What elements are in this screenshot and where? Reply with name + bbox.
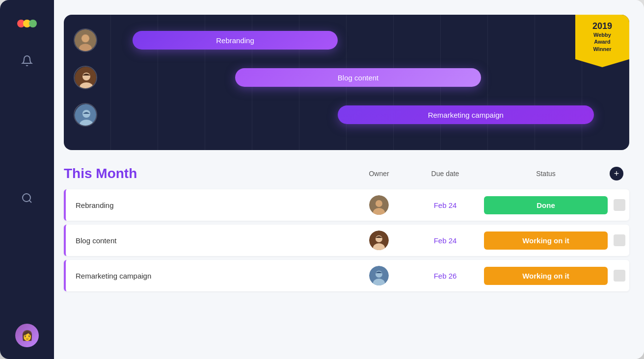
- drag-handle[interactable]: [614, 234, 625, 246]
- gantt-bar-blog[interactable]: Blog content: [235, 68, 481, 87]
- add-task-button[interactable]: +: [610, 167, 623, 180]
- search-icon[interactable]: [17, 188, 37, 208]
- task-drag-handle: [610, 270, 629, 282]
- user-avatar[interactable]: 👩: [15, 324, 39, 347]
- task-name: Blog content: [66, 236, 349, 245]
- section-title: This Month: [64, 166, 349, 181]
- gantt-bar-label: Rebranding: [216, 36, 254, 45]
- status-badge-working[interactable]: Working on it: [484, 267, 608, 285]
- gantt-section: Rebranding: [64, 15, 629, 150]
- task-name: Remarketing campaign: [66, 272, 349, 280]
- gantt-bar-label: Blog content: [338, 74, 378, 82]
- gantt-bar-container-3: Remarketing campaign: [107, 104, 619, 125]
- status-badge-done[interactable]: Done: [484, 196, 608, 214]
- gantt-bar-container-2: Blog content: [107, 67, 619, 88]
- task-row: Remarketing campaign Feb 26 Working on i…: [64, 260, 629, 291]
- task-owner: [349, 195, 408, 215]
- gantt-row: Rebranding: [74, 26, 619, 54]
- gantt-avatar-2: [74, 66, 97, 89]
- task-avatar: [369, 231, 389, 250]
- col-header-add: +: [610, 167, 629, 180]
- drag-handle[interactable]: [614, 199, 625, 211]
- task-row: Blog content Feb 24 Working on it: [64, 225, 629, 256]
- svg-point-2: [29, 20, 37, 27]
- svg-point-16: [376, 200, 382, 207]
- task-row: Rebranding Feb 24 Done: [64, 189, 629, 221]
- award-text: Webby Award Winner: [580, 31, 624, 52]
- gantt-rows: Rebranding: [74, 26, 619, 128]
- sidebar: 👩: [0, 0, 54, 359]
- task-status: Working on it: [482, 231, 610, 250]
- col-header-date: Due date: [408, 170, 482, 178]
- notification-icon[interactable]: [17, 51, 37, 71]
- task-name: Rebranding: [66, 201, 349, 209]
- award-banner: 2019 Webby Award Winner: [570, 15, 629, 78]
- svg-point-8: [82, 35, 89, 42]
- status-badge-working[interactable]: Working on it: [484, 231, 608, 250]
- award-year: 2019: [580, 22, 624, 30]
- drag-handle[interactable]: [614, 270, 625, 282]
- gantt-row: Blog content: [74, 64, 619, 91]
- gantt-bar-rebranding[interactable]: Rebranding: [133, 31, 338, 50]
- col-header-owner: Owner: [349, 170, 408, 178]
- task-owner: [349, 266, 408, 285]
- award-ribbon: 2019 Webby Award Winner: [575, 15, 629, 67]
- gantt-avatar-1: [74, 28, 97, 52]
- gantt-row: Remarketing campaign: [74, 101, 619, 128]
- table-section: This Month Owner Due date Status + Rebra…: [64, 166, 629, 344]
- task-status: Working on it: [482, 267, 610, 285]
- gantt-bar-container-1: Rebranding: [107, 30, 619, 51]
- task-drag-handle: [610, 234, 629, 246]
- logo[interactable]: [15, 12, 39, 35]
- app-container: 👩: [0, 0, 644, 359]
- gantt-bar-label: Remarketing campaign: [428, 111, 504, 119]
- main-content: Rebranding: [54, 0, 644, 359]
- svg-line-4: [29, 201, 31, 203]
- task-drag-handle: [610, 199, 629, 211]
- col-header-status: Status: [482, 170, 610, 178]
- gantt-bar-remarketing[interactable]: Remarketing campaign: [338, 105, 594, 124]
- task-date: Feb 24: [408, 236, 482, 245]
- table-header: This Month Owner Due date Status +: [64, 166, 629, 181]
- gantt-avatar-3: [74, 103, 97, 127]
- svg-point-3: [23, 194, 30, 202]
- task-avatar: [369, 266, 389, 285]
- task-owner: [349, 231, 408, 250]
- task-status: Done: [482, 196, 610, 214]
- task-avatar: [369, 195, 389, 215]
- task-date: Feb 26: [408, 272, 482, 280]
- task-date: Feb 24: [408, 201, 482, 209]
